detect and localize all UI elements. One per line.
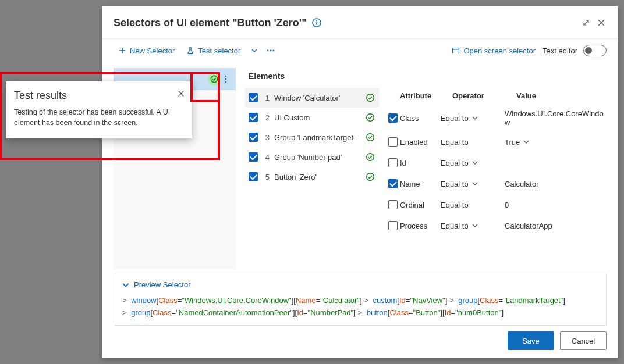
check-circle-icon — [365, 112, 375, 123]
toast-body: Testing of the selector has been success… — [14, 108, 184, 128]
element-index: 2 — [263, 113, 270, 122]
checkbox-icon[interactable] — [249, 172, 258, 181]
checkbox-icon[interactable] — [388, 158, 398, 167]
svg-point-10 — [273, 50, 275, 52]
svg-point-18 — [367, 114, 374, 122]
attr-value[interactable]: CalculatorApp — [505, 222, 607, 230]
element-label: Button 'Zero' — [274, 173, 360, 181]
cancel-button[interactable]: Cancel — [560, 331, 607, 350]
svg-point-8 — [267, 50, 269, 52]
element-row[interactable]: 3Group 'LandmarkTarget' — [245, 127, 379, 147]
toast-title: Test results — [14, 90, 184, 102]
new-selector-label: New Selector — [130, 47, 175, 55]
test-results-toast: Test results Testing of the selector has… — [6, 81, 192, 138]
elements-column: Elements 1Window 'Calculator'2UI Custom3… — [245, 68, 607, 269]
preview-box: Preview Selector > window[Class="Windows… — [114, 274, 607, 326]
attr-rows: ClassEqual toWindows.UI.Core.CoreWindowE… — [386, 105, 607, 269]
new-selector-button[interactable]: New Selector — [114, 43, 179, 59]
test-selector-label: Test selector — [198, 47, 240, 55]
element-row[interactable]: 5Button 'Zero' — [245, 167, 379, 187]
attr-value[interactable]: 0 — [505, 201, 607, 209]
chevron-down-icon[interactable] — [472, 115, 478, 121]
checkbox-icon[interactable] — [249, 152, 258, 162]
check-circle-icon — [365, 152, 375, 162]
element-row[interactable]: 1Window 'Calculator' — [245, 88, 379, 108]
preview-selector-text: > window[Class="Windows.UI.Core.CoreWind… — [122, 295, 598, 319]
chevron-down-icon[interactable] — [472, 181, 478, 187]
checkbox-icon[interactable] — [388, 221, 398, 230]
element-label: UI Custom — [274, 113, 360, 122]
elements-title: Elements — [245, 68, 607, 88]
footer: Preview Selector > window[Class="Windows… — [102, 269, 618, 358]
test-selector-button[interactable]: Test selector — [182, 43, 245, 59]
element-row[interactable]: 4Group 'Number pad' — [245, 147, 379, 167]
element-index: 1 — [263, 94, 270, 102]
attr-name: Name — [400, 180, 441, 188]
preview-label: Preview Selector — [134, 280, 191, 289]
svg-point-15 — [225, 78, 227, 80]
col-operator: Operator — [452, 91, 516, 100]
chevron-down-icon[interactable] — [472, 223, 478, 229]
save-button[interactable]: Save — [508, 331, 554, 350]
check-circle-icon — [365, 92, 375, 103]
svg-point-21 — [367, 173, 374, 181]
check-circle-icon — [365, 132, 375, 142]
svg-point-20 — [367, 154, 374, 161]
svg-point-16 — [225, 81, 227, 83]
svg-point-13 — [211, 76, 217, 82]
svg-point-14 — [225, 76, 227, 77]
attr-operator[interactable]: Equal to — [441, 114, 505, 123]
checkbox-icon[interactable] — [249, 133, 258, 142]
element-row[interactable]: 2UI Custom — [245, 108, 379, 127]
checkbox-icon[interactable] — [388, 113, 398, 123]
attr-operator[interactable]: Equal to — [441, 222, 505, 230]
test-selector-caret[interactable] — [247, 42, 261, 59]
svg-point-1 — [316, 20, 317, 22]
attr-row: EnabledEqual toTrue — [386, 131, 607, 152]
element-label: Window 'Calculator' — [274, 94, 360, 102]
attr-row: IdEqual to — [386, 152, 607, 173]
close-icon[interactable] — [594, 15, 609, 30]
elements-list: 1Window 'Calculator'2UI Custom3Group 'La… — [245, 88, 379, 269]
restore-icon[interactable] — [579, 15, 594, 30]
selectors-dialog: Selectors of UI element "Button 'Zero'" … — [102, 6, 618, 358]
checkbox-icon[interactable] — [388, 200, 398, 209]
info-icon[interactable] — [311, 17, 322, 28]
attr-row: ClassEqual toWindows.UI.Core.CoreWindow — [386, 105, 607, 131]
checkbox-icon[interactable] — [249, 93, 258, 102]
svg-point-17 — [367, 94, 374, 102]
more-icon[interactable] — [264, 42, 278, 59]
attr-name: Ordinal — [400, 201, 441, 209]
chevron-down-icon[interactable] — [472, 160, 478, 166]
attr-head: Attribute Operator Value — [386, 88, 607, 105]
text-editor-toggle[interactable] — [583, 45, 607, 56]
attr-row: NameEqual toCalculator — [386, 173, 607, 194]
checkbox-icon[interactable] — [249, 113, 258, 122]
svg-line-3 — [584, 20, 588, 25]
chevron-down-icon[interactable] — [523, 139, 529, 145]
checkbox-icon[interactable] — [388, 179, 398, 188]
attr-value[interactable]: Windows.UI.Core.CoreWindow — [505, 109, 607, 127]
attr-operator[interactable]: Equal to — [441, 201, 505, 209]
toolbar: New Selector Test selector Open screen s… — [102, 39, 618, 62]
attr-operator[interactable]: Equal to — [441, 159, 505, 167]
close-icon[interactable] — [175, 87, 187, 100]
preview-toggle[interactable]: Preview Selector — [122, 280, 598, 289]
dialog-header: Selectors of UI element "Button 'Zero'" — [102, 6, 618, 38]
attr-value[interactable]: Calculator — [505, 180, 607, 188]
check-circle-icon — [208, 73, 221, 85]
element-index: 4 — [263, 153, 270, 162]
dialog-title: Selectors of UI element "Button 'Zero'" — [114, 17, 307, 29]
kebab-icon[interactable] — [221, 75, 231, 83]
attr-operator[interactable]: Equal to — [441, 180, 505, 188]
checkbox-icon[interactable] — [388, 137, 398, 147]
attr-value[interactable]: True — [505, 138, 607, 147]
attr-operator[interactable]: Equal to — [441, 138, 505, 147]
attr-name: Enabled — [400, 138, 441, 147]
open-screen-selector-button[interactable]: Open screen selector — [447, 43, 540, 59]
attr-name: Process — [400, 222, 441, 230]
attr-name: Class — [400, 114, 441, 123]
svg-point-19 — [367, 134, 374, 141]
text-editor-toggle-wrap: Text editor — [543, 45, 607, 56]
col-attribute: Attribute — [400, 91, 452, 100]
